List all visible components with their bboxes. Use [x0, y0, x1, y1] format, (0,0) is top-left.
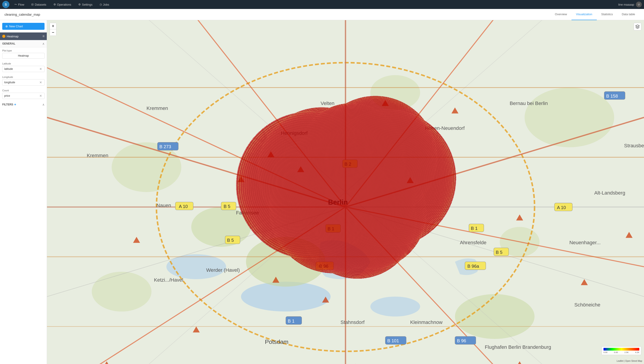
- longitude-clear-button[interactable]: ✕: [39, 81, 42, 84]
- svg-text:Kremmen: Kremmen: [87, 153, 108, 158]
- svg-text:B 5: B 5: [224, 204, 230, 209]
- svg-text:B 1: B 1: [288, 318, 294, 323]
- general-section-header[interactable]: General ∧: [0, 40, 47, 48]
- map-background[interactable]: Berlin Potsdam Ketzi.../Havel Ahrensfeld…: [47, 20, 644, 364]
- nav-item-jobs[interactable]: ◷ Jobs: [96, 2, 112, 8]
- longitude-input[interactable]: longitude ✕: [2, 79, 44, 86]
- legend-gradient: [604, 348, 639, 350]
- svg-text:Stahnsdorf: Stahnsdorf: [340, 319, 365, 325]
- svg-text:Alt-Landsberg: Alt-Landsberg: [594, 190, 625, 196]
- svg-text:Potsdam: Potsdam: [265, 338, 288, 345]
- map-legend: 0.00 0.00 2.5K 4.2K: [602, 346, 641, 355]
- svg-text:Kleinmachnow: Kleinmachnow: [410, 319, 442, 325]
- plot-type-group: Plot type Heatmap: [0, 48, 47, 61]
- count-input[interactable]: price ✕: [2, 93, 44, 99]
- svg-text:Neuenhager...: Neuenhager...: [570, 240, 601, 245]
- svg-text:B 96a: B 96a: [468, 264, 479, 269]
- latitude-group: Latitude latitude ✕: [0, 61, 47, 74]
- svg-text:B 1: B 1: [471, 226, 478, 231]
- chart-menu-icon[interactable]: ≡: [42, 34, 44, 38]
- svg-text:Hohen-Neuendorf: Hohen-Neuendorf: [425, 125, 465, 131]
- svg-text:Kremmen: Kremmen: [146, 105, 168, 111]
- count-group: Count price ✕: [0, 87, 47, 101]
- count-label: Count: [2, 89, 44, 92]
- svg-text:Flughafen Berlin Brandenburg: Flughafen Berlin Brandenburg: [485, 344, 551, 350]
- svg-text:B 1: B 1: [328, 226, 334, 231]
- user-avatar[interactable]: U: [636, 2, 642, 8]
- svg-text:Werder (Havel): Werder (Havel): [206, 267, 240, 273]
- chart-item-heatmap[interactable]: Heatmap ≡: [0, 33, 47, 40]
- svg-point-10: [92, 272, 152, 312]
- zoom-out-button[interactable]: −: [50, 29, 56, 36]
- svg-point-3: [370, 297, 420, 316]
- tab-statistics[interactable]: Statistics: [597, 9, 617, 20]
- user-info: line maaaap U: [618, 2, 642, 8]
- svg-text:B 96: B 96: [457, 338, 466, 343]
- top-navigation: S 〜 Flow ⊟ Datasets ⚙ Operations ⚙ Setti…: [0, 0, 644, 9]
- operations-icon: ⚙: [54, 3, 56, 6]
- svg-text:B 2: B 2: [344, 162, 351, 167]
- svg-text:B 5: B 5: [227, 238, 234, 243]
- map-attribution: Leaflet | Open Street Map: [617, 360, 642, 362]
- nav-item-flow[interactable]: 〜 Flow: [11, 2, 27, 8]
- svg-text:B 273: B 273: [159, 144, 171, 149]
- svg-text:Schöneiche: Schöneiche: [574, 302, 600, 308]
- tab-bar: Overview Visualization Statistics Data t…: [550, 9, 640, 20]
- latitude-value: latitude: [4, 67, 39, 71]
- new-chart-icon: ⊕: [5, 25, 8, 28]
- nav-item-operations[interactable]: ⚙ Operations: [50, 2, 74, 8]
- layer-control[interactable]: [634, 23, 641, 31]
- plot-type-label: Plot type: [2, 49, 44, 52]
- nav-items: 〜 Flow ⊟ Datasets ⚙ Operations ⚙ Setting…: [11, 2, 618, 8]
- svg-point-8: [524, 88, 614, 147]
- add-filter-button[interactable]: +: [14, 103, 16, 107]
- datasets-icon: ⊟: [31, 3, 34, 6]
- svg-text:B 96: B 96: [319, 264, 328, 269]
- svg-text:Falkensee: Falkensee: [236, 210, 259, 216]
- latitude-input[interactable]: latitude ✕: [2, 66, 44, 72]
- svg-text:A 10: A 10: [557, 205, 566, 210]
- general-section-title: General: [2, 42, 16, 45]
- zoom-in-button[interactable]: +: [50, 23, 56, 29]
- map-container: Berlin Potsdam Ketzi.../Havel Ahrensfeld…: [47, 20, 644, 364]
- tab-visualization[interactable]: Visualization: [572, 9, 597, 20]
- svg-text:Hennigsdorf: Hennigsdorf: [281, 130, 308, 136]
- zoom-controls: + −: [50, 23, 56, 36]
- count-clear-button[interactable]: ✕: [39, 94, 42, 98]
- jobs-icon: ◷: [100, 3, 102, 6]
- nav-item-settings[interactable]: ⚙ Settings: [75, 2, 96, 8]
- svg-text:Berlin: Berlin: [328, 198, 348, 206]
- filters-collapse-icon: ∧: [42, 103, 44, 106]
- svg-point-6: [455, 294, 534, 339]
- app-logo[interactable]: S: [2, 1, 10, 8]
- plot-type-button[interactable]: Heatmap: [2, 53, 44, 59]
- count-value: price: [4, 94, 39, 97]
- longitude-value: longitude: [4, 81, 39, 84]
- svg-text:Ketzi.../Havel: Ketzi.../Havel: [154, 277, 183, 283]
- svg-text:B 101: B 101: [387, 338, 399, 343]
- latitude-clear-button[interactable]: ✕: [39, 67, 42, 71]
- chart-item-name: Heatmap: [7, 35, 18, 38]
- svg-text:Velten: Velten: [321, 101, 334, 106]
- svg-text:Ahrensfelde: Ahrensfelde: [460, 240, 486, 245]
- main-layout: ⊕ New Chart Heatmap ≡ General ∧ Plot typ…: [0, 20, 644, 364]
- filters-section[interactable]: Filters + ∧: [0, 101, 47, 108]
- svg-text:Bernau bei Berlin: Bernau bei Berlin: [510, 101, 548, 106]
- layers-icon: [635, 25, 640, 29]
- sidebar: ⊕ New Chart Heatmap ≡ General ∧ Plot typ…: [0, 20, 47, 364]
- map-svg: Berlin Potsdam Ketzi.../Havel Ahrensfeld…: [47, 20, 644, 364]
- svg-text:Nauen: Nauen: [156, 203, 171, 208]
- section-collapse-icon: ∧: [42, 42, 44, 46]
- chart-dot: [2, 35, 5, 38]
- new-chart-button[interactable]: ⊕ New Chart: [2, 23, 44, 30]
- svg-text:B 5: B 5: [496, 250, 502, 255]
- tab-data-table[interactable]: Data table: [617, 9, 640, 20]
- svg-text:Strausberg: Strausberg: [624, 143, 644, 148]
- tab-overview[interactable]: Overview: [550, 9, 572, 20]
- svg-point-11: [370, 75, 420, 110]
- settings-icon: ⚙: [78, 3, 81, 6]
- svg-text:A 10: A 10: [179, 204, 188, 209]
- flow-icon: 〜: [14, 3, 17, 7]
- nav-item-datasets[interactable]: ⊟ Datasets: [28, 2, 49, 8]
- longitude-group: Longitude longitude ✕: [0, 74, 47, 87]
